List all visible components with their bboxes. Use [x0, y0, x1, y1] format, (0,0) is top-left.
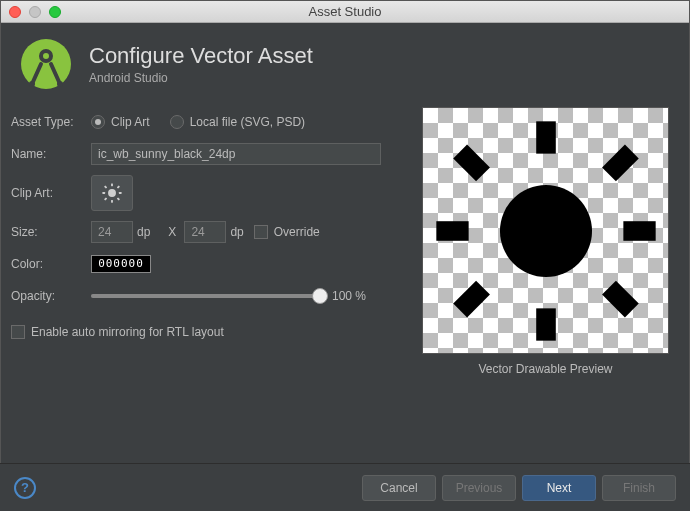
wb-sunny-icon [101, 182, 123, 204]
size-height-dp: dp [230, 225, 243, 239]
svg-rect-8 [104, 185, 107, 188]
size-width-dp: dp [137, 225, 150, 239]
size-x-separator: X [168, 225, 176, 239]
svg-rect-13 [536, 121, 556, 153]
svg-rect-14 [536, 308, 556, 340]
override-label[interactable]: Override [274, 225, 320, 239]
svg-rect-19 [453, 280, 490, 317]
cancel-button[interactable]: Cancel [362, 475, 436, 501]
window-title: Asset Studio [1, 4, 689, 19]
svg-rect-20 [602, 144, 639, 181]
clip-art-row: Clip Art: [11, 171, 400, 215]
opacity-label: Opacity: [11, 289, 91, 303]
header-text: Configure Vector Asset Android Studio [89, 43, 313, 85]
size-row: Size: dp X dp Override [11, 217, 400, 247]
svg-point-0 [21, 39, 71, 89]
svg-rect-7 [119, 192, 122, 194]
dialog-subtitle: Android Studio [89, 71, 313, 85]
svg-rect-9 [117, 197, 120, 200]
svg-point-3 [108, 189, 116, 197]
svg-rect-15 [436, 221, 468, 241]
asset-type-clipart-radio[interactable] [91, 115, 105, 129]
vector-preview [422, 107, 669, 354]
svg-point-1 [29, 81, 35, 87]
rtl-mirror-checkbox[interactable] [11, 325, 25, 339]
form: Asset Type: Clip Art Local file (SVG, PS… [11, 107, 400, 376]
asset-type-row: Asset Type: Clip Art Local file (SVG, PS… [11, 107, 400, 137]
opacity-slider[interactable] [91, 294, 320, 298]
rtl-row: Enable auto mirroring for RTL layout [11, 325, 400, 339]
previous-button[interactable]: Previous [442, 475, 516, 501]
clip-art-picker-button[interactable] [91, 175, 133, 211]
rtl-mirror-label[interactable]: Enable auto mirroring for RTL layout [31, 325, 224, 339]
preview-caption: Vector Drawable Preview [422, 362, 669, 376]
name-row: Name: [11, 139, 400, 169]
size-label: Size: [11, 225, 91, 239]
color-label: Color: [11, 257, 91, 271]
svg-rect-4 [111, 183, 113, 186]
opacity-row: Opacity: 100 % [11, 281, 400, 311]
svg-rect-6 [102, 192, 105, 194]
titlebar: Asset Studio [1, 1, 689, 23]
svg-rect-5 [111, 200, 113, 203]
size-width-input[interactable] [91, 221, 133, 243]
svg-rect-17 [453, 144, 490, 181]
clip-art-label: Clip Art: [11, 186, 91, 200]
name-input[interactable] [91, 143, 381, 165]
svg-rect-11 [117, 185, 120, 188]
next-button[interactable]: Next [522, 475, 596, 501]
color-row: Color: 000000 [11, 249, 400, 279]
size-height-input[interactable] [184, 221, 226, 243]
dialog-footer: ? Cancel Previous Next Finish [0, 463, 690, 511]
help-button[interactable]: ? [14, 477, 36, 499]
preview-wb-sunny-icon [428, 113, 663, 348]
svg-point-12 [499, 184, 591, 276]
preview-area: Vector Drawable Preview [422, 107, 669, 376]
name-label: Name: [11, 147, 91, 161]
color-picker[interactable]: 000000 [91, 255, 151, 273]
opacity-value: 100 % [332, 289, 380, 303]
dialog-header: Configure Vector Asset Android Studio [1, 23, 689, 101]
svg-rect-16 [623, 221, 655, 241]
finish-button[interactable]: Finish [602, 475, 676, 501]
asset-type-clipart-radio-label[interactable]: Clip Art [111, 115, 150, 129]
svg-rect-18 [602, 280, 639, 317]
dialog-title: Configure Vector Asset [89, 43, 313, 69]
svg-point-2 [57, 81, 63, 87]
asset-type-localfile-radio-label[interactable]: Local file (SVG, PSD) [190, 115, 305, 129]
svg-rect-10 [104, 197, 107, 200]
slider-thumb[interactable] [312, 288, 328, 304]
dialog-body: Asset Type: Clip Art Local file (SVG, PS… [1, 101, 689, 376]
override-checkbox[interactable] [254, 225, 268, 239]
asset-type-localfile-radio[interactable] [170, 115, 184, 129]
asset-type-label: Asset Type: [11, 115, 91, 129]
android-studio-logo-icon [21, 39, 71, 89]
